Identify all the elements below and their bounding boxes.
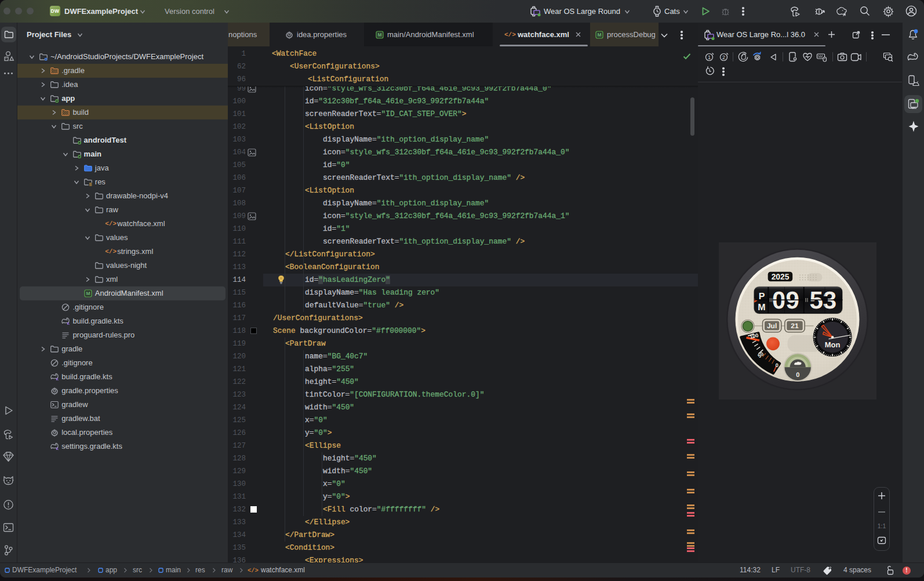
svg-text:0: 0 [796,372,799,379]
svg-text:M: M [758,303,765,313]
svg-text:21: 21 [791,322,799,330]
svg-text:M: M [597,32,601,38]
svg-text:0: 0 [776,362,779,368]
svg-text:2025: 2025 [772,273,790,281]
svg-text:Jul: Jul [767,322,777,330]
svg-text:M: M [86,290,90,296]
svg-text:M: M [377,32,381,38]
svg-text:2: 2 [722,55,725,60]
svg-text:1: 1 [708,55,711,60]
svg-text:Mon: Mon [825,340,841,349]
